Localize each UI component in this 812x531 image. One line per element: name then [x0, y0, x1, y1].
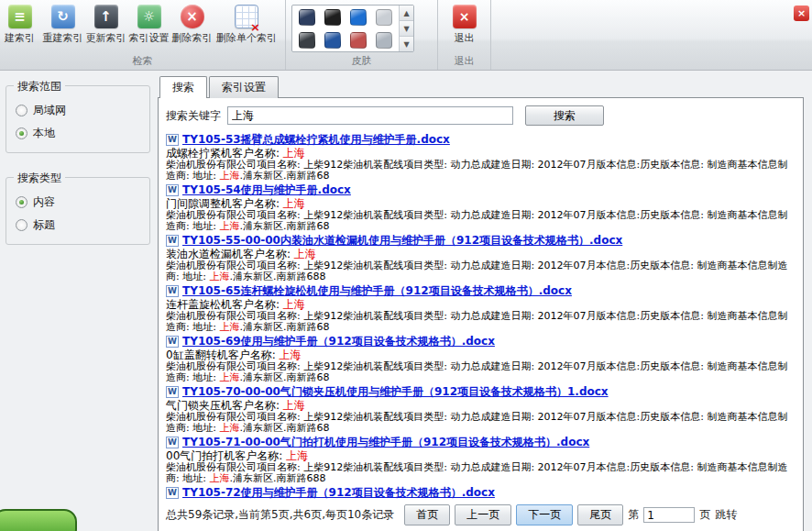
- exit-label: 退出: [455, 31, 475, 45]
- type-option-title-label: 标题: [33, 217, 55, 233]
- word-doc-icon: W: [166, 386, 179, 398]
- create-index-button[interactable]: ≡ 建索引: [0, 3, 41, 45]
- result-link[interactable]: TY105-72使用与维护手册（912项目设备技术规格书）.docx: [182, 486, 495, 500]
- word-doc-icon: W: [166, 134, 179, 146]
- ribbon-group-label-search: 检索: [0, 54, 285, 68]
- index-settings-label: 索引设置: [129, 31, 170, 45]
- search-type-groupbox: 搜索类型 内容 标题: [5, 177, 150, 245]
- update-index-label: 更新索引: [86, 31, 126, 45]
- type-option-title[interactable]: 标题: [14, 214, 142, 237]
- ribbon-group-label-exit: 退出: [438, 54, 490, 68]
- skin-scroll-down-icon[interactable]: ▼: [400, 21, 413, 37]
- result-title-row: WTY105-65连杆螺栓旋松机使用与维护手册（912项目设备技术规格书）.do…: [166, 284, 796, 298]
- page-number-suffix: 页: [699, 507, 710, 523]
- result-meta: 柴油机股份有限公司项目名称: 上柴912柴油机装配线项目类型: 动力总成建造日期…: [166, 462, 796, 484]
- skin-scroll-up-icon[interactable]: ▲: [400, 6, 413, 21]
- result-title-row: WTY105-54使用与维护手册.docx: [166, 183, 796, 197]
- word-doc-icon: W: [166, 235, 179, 247]
- delete-single-index-icon: [235, 5, 258, 28]
- main-panel: 搜索 索引设置 搜索关键字 搜索 WTY105-53摇臂总成螺栓拧紧机使用与维护…: [156, 71, 812, 531]
- result-title-row: WTY105-70-00-00气门锁夹压机使用与维护手册（912项目设备技术规格…: [166, 385, 796, 399]
- result-title-row: WTY105-69使用与维护手册（912项目设备技术规格书）.docx: [166, 335, 796, 348]
- type-option-content[interactable]: 内容: [14, 191, 142, 214]
- result-link[interactable]: TY105-70-00-00气门锁夹压机使用与维护手册（912项目设备技术规格书…: [182, 385, 609, 399]
- delete-single-index-button[interactable]: 删除单个索引: [214, 3, 280, 45]
- index-settings-button[interactable]: ☼ 索引设置: [127, 3, 170, 45]
- result-meta: 柴油机股份有限公司项目名称: 上柴912柴油机装配线项目类型: 动力总成建造日期…: [166, 412, 796, 434]
- rebuild-index-button[interactable]: ↻ 重建索引: [41, 3, 84, 45]
- tab-search[interactable]: 搜索: [159, 76, 207, 98]
- skin-gallery: ▲ ▼ ▼: [291, 5, 414, 52]
- result-link[interactable]: TY105-55-00-00内装油水道检漏机使用与维护手册（912项目设备技术规…: [182, 234, 622, 248]
- word-doc-icon: W: [166, 184, 179, 196]
- result-link[interactable]: TY105-71-00-00气门拍打机使用与维护手册（912项目设备技术规格书）…: [182, 436, 589, 449]
- result-meta: 柴油机股份有限公司项目名称: 上柴912柴油机装配线项目类型: 动力总成建造日期…: [166, 361, 796, 383]
- radio-local-icon: [16, 127, 27, 139]
- radio-title-icon: [16, 219, 27, 231]
- update-index-button[interactable]: ↑ 更新索引: [84, 3, 127, 45]
- skin-silver-icon[interactable]: [376, 9, 392, 26]
- search-input[interactable]: [227, 106, 513, 125]
- prev-page-button[interactable]: 上一页: [455, 504, 511, 525]
- create-index-label: 建索引: [5, 31, 35, 45]
- pagination-bar: 总共59条记录,当前第5页,共6页,每页10条记录 首页 上一页 下一页 尾页 …: [166, 504, 796, 525]
- skin-gallery-more-icon[interactable]: ▼: [400, 37, 413, 51]
- next-page-button[interactable]: 下一页: [516, 504, 573, 525]
- skin-navy-icon[interactable]: [324, 32, 341, 49]
- background-balloon-fragment: [0, 509, 77, 531]
- result-item: WTY105-65连杆螺栓旋松机使用与维护手册（912项目设备技术规格书）.do…: [166, 284, 796, 333]
- radio-content-icon: [16, 196, 27, 208]
- result-title-row: WTY105-53摇臂总成螺栓拧紧机使用与维护手册.docx: [166, 133, 796, 147]
- search-type-title: 搜索类型: [14, 171, 65, 186]
- search-row: 搜索关键字 搜索: [166, 105, 796, 126]
- search-tab-page: 搜索关键字 搜索 WTY105-53摇臂总成螺栓拧紧机使用与维护手册.docx成…: [158, 97, 804, 531]
- search-scope-groupbox: 搜索范围 局域网 本地: [5, 85, 150, 153]
- type-option-content-label: 内容: [33, 194, 55, 210]
- search-scope-title: 搜索范围: [14, 79, 65, 94]
- result-title-row: WTY105-55-00-00内装油水道检漏机使用与维护手册（912项目设备技术…: [166, 234, 796, 248]
- corner-red-icon[interactable]: ×: [794, 6, 809, 21]
- tab-strip: 搜索 索引设置: [159, 75, 804, 97]
- result-item: WTY105-72使用与维护手册（912项目设备技术规格书）.docx: [166, 486, 796, 500]
- skin-blue-icon[interactable]: [350, 9, 367, 26]
- ribbon: ≡ 建索引 ↻ 重建索引 ↑ 更新索引 ☼ 索引设置 × 删除索引 删除单个索引: [0, 0, 812, 71]
- skin-office-dark-icon[interactable]: [299, 9, 315, 26]
- result-item: WTY105-55-00-00内装油水道检漏机使用与维护手册（912项目设备技术…: [166, 234, 796, 282]
- result-link[interactable]: TY105-69使用与维护手册（912项目设备技术规格书）.docx: [182, 335, 495, 348]
- skin-gallery-scrollbar: ▲ ▼ ▼: [399, 6, 413, 51]
- result-link[interactable]: TY105-65连杆螺栓旋松机使用与维护手册（912项目设备技术规格书）.doc…: [182, 284, 572, 298]
- result-title-row: WTY105-71-00-00气门拍打机使用与维护手册（912项目设备技术规格书…: [166, 436, 796, 449]
- result-item: WTY105-54使用与维护手册.docx门间隙调整机客户名称: 上海柴油机股份…: [166, 183, 796, 232]
- word-doc-icon: W: [166, 336, 179, 348]
- search-keyword-label: 搜索关键字: [166, 108, 221, 124]
- result-item: WTY105-53摇臂总成螺栓拧紧机使用与维护手册.docx成螺栓拧紧机客户名称…: [166, 133, 796, 182]
- exit-button[interactable]: × 退出: [444, 3, 485, 45]
- word-doc-icon: W: [166, 285, 179, 297]
- search-button[interactable]: 搜索: [525, 105, 604, 126]
- radio-lan-icon: [16, 105, 27, 116]
- skin-orange-icon[interactable]: [350, 32, 367, 49]
- skin-dark-gray-icon[interactable]: [299, 32, 315, 49]
- page-number-input[interactable]: [643, 507, 695, 523]
- scope-option-lan-label: 局域网: [33, 103, 66, 118]
- result-link[interactable]: TY105-54使用与维护手册.docx: [182, 183, 351, 197]
- result-link[interactable]: TY105-53摇臂总成螺栓拧紧机使用与维护手册.docx: [182, 133, 450, 147]
- delete-index-label: 删除索引: [172, 31, 213, 45]
- tab-index-settings[interactable]: 索引设置: [209, 76, 279, 98]
- sidebar: 搜索范围 局域网 本地 搜索类型 内容 标题: [0, 71, 156, 531]
- scope-option-lan[interactable]: 局域网: [14, 99, 142, 122]
- scope-option-local[interactable]: 本地: [14, 122, 142, 145]
- skin-light-icon[interactable]: [376, 32, 392, 49]
- delete-index-button[interactable]: × 删除索引: [170, 3, 214, 45]
- scope-option-local-label: 本地: [33, 126, 55, 141]
- results-list: WTY105-53摇臂总成螺栓拧紧机使用与维护手册.docx成螺栓拧紧机客户名称…: [166, 133, 796, 500]
- create-index-icon: ≡: [8, 5, 32, 28]
- result-meta: 柴油机股份有限公司项目名称: 上柴912柴油机装配线项目类型: 动力总成建造日期…: [166, 260, 796, 282]
- last-page-button[interactable]: 尾页: [577, 504, 623, 525]
- result-meta: 柴油机股份有限公司项目名称: 上柴912柴油机装配线项目类型: 动力总成建造日期…: [166, 210, 796, 232]
- jump-to-page-button[interactable]: 跳转: [715, 507, 737, 523]
- delete-index-icon: ×: [181, 5, 204, 28]
- skin-black-icon[interactable]: [324, 9, 341, 26]
- ribbon-group-search: ≡ 建索引 ↻ 重建索引 ↑ 更新索引 ☼ 索引设置 × 删除索引 删除单个索引: [0, 0, 286, 70]
- first-page-button[interactable]: 首页: [404, 504, 450, 525]
